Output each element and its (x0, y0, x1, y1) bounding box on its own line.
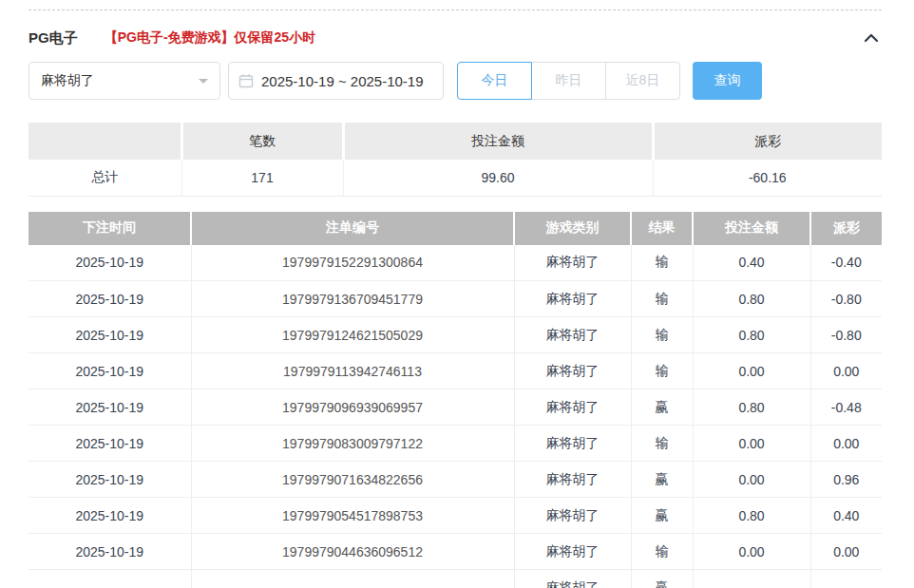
cell-payout: -0.80 (810, 317, 882, 353)
cell-result: 赢 (631, 498, 693, 534)
cell-bet-amount: 0.80 (693, 389, 810, 426)
summary-total-payout: -60.16 (653, 160, 882, 196)
section-title: PG电子 (29, 29, 78, 47)
summary-header-row: 笔数 投注金额 派彩 (29, 123, 882, 160)
cell-result: 输 (631, 353, 693, 389)
top-dashed-divider (29, 9, 882, 10)
cell-bet-id: 1979979136709451779 (191, 281, 514, 317)
col-bet-time: 下注时间 (29, 212, 191, 245)
cell-bet-id: 1979979054517898753 (191, 498, 514, 534)
cell-game-type: 麻将胡了 (514, 353, 631, 389)
table-row: 麻将胡了赢 (29, 570, 882, 588)
game-type-select-value: 麻将胡了 (41, 72, 94, 89)
cell-bet-id: 1979979071634822656 (191, 462, 514, 498)
cell-result: 输 (631, 281, 693, 317)
quick-range-group: 今日 昨日 近8日 (457, 62, 680, 100)
collapse-section-button[interactable] (861, 28, 882, 47)
cell-game-type: 麻将胡了 (514, 281, 631, 317)
cell-payout: -0.80 (810, 281, 882, 317)
table-row: 2025-10-191979979152291300864麻将胡了输0.40-0… (29, 245, 882, 281)
cell-result: 赢 (631, 462, 693, 498)
summary-col-bet-amount: 投注金额 (343, 123, 653, 160)
cell-bet-amount: 0.40 (693, 245, 810, 281)
cell-payout: 0.96 (810, 462, 882, 498)
cell-bet-id: 1979979083009797122 (191, 426, 514, 462)
cell-bet-time: 2025-10-19 (29, 317, 191, 353)
table-row: 2025-10-191979979083009797122麻将胡了输0.000.… (29, 426, 882, 462)
section-header: PG电子 【PG电子-免费游戏】仅保留25小时 (29, 28, 882, 47)
cell-payout: 0.00 (810, 353, 882, 389)
cell-result: 输 (631, 426, 693, 462)
col-bet-id: 注单编号 (191, 212, 514, 245)
quick-range-last8days-label: 近8日 (626, 72, 660, 89)
cell-bet-time: 2025-10-19 (29, 498, 191, 534)
col-result: 结果 (631, 212, 693, 245)
summary-total-label: 总计 (29, 160, 181, 196)
cell-bet-time: 2025-10-19 (29, 534, 191, 570)
cell-bet-time: 2025-10-19 (29, 353, 191, 389)
cell-result: 赢 (631, 389, 693, 426)
quick-range-last8days[interactable]: 近8日 (605, 62, 680, 100)
quick-range-today-label: 今日 (482, 72, 508, 89)
pg-games-panel: PG电子 【PG电子-免费游戏】仅保留25小时 麻将胡了 2025-10-19 … (29, 9, 882, 588)
cell-payout: -0.40 (810, 245, 882, 281)
date-range-value: 2025-10-19 ~ 2025-10-19 (261, 73, 424, 89)
table-row: 2025-10-191979979136709451779麻将胡了输0.80-0… (29, 281, 882, 317)
col-game-type: 游戏类别 (514, 212, 631, 245)
cell-game-type: 麻将胡了 (514, 389, 631, 426)
cell-result: 输 (631, 317, 693, 353)
cell-bet-amount: 0.00 (693, 353, 810, 389)
cell-result: 输 (631, 245, 693, 281)
free-game-notice: 【PG电子-免费游戏】仅保留25小时 (105, 29, 315, 47)
cell-game-type: 麻将胡了 (514, 534, 631, 570)
summary-table: 笔数 投注金额 派彩 总计 171 99.60 -60.16 (29, 123, 882, 197)
search-button[interactable]: 查询 (693, 62, 762, 100)
cell-payout: 0.00 (810, 534, 882, 570)
cell-bet-amount: 0.00 (693, 462, 810, 498)
col-payout: 派彩 (810, 212, 882, 245)
table-row: 2025-10-191979979071634822656麻将胡了赢0.000.… (29, 462, 882, 498)
chevron-up-icon (864, 33, 879, 43)
cell-result: 赢 (631, 570, 693, 588)
summary-col-payout: 派彩 (653, 123, 882, 160)
cell-bet-id: 1979979124621505029 (191, 317, 514, 353)
cell-bet-time: 2025-10-19 (29, 281, 191, 317)
cell-bet-time: 2025-10-19 (29, 426, 191, 462)
table-row: 2025-10-191979979113942746113麻将胡了输0.000.… (29, 353, 882, 389)
cell-bet-time: 2025-10-19 (29, 389, 191, 426)
table-row: 2025-10-191979979044636096512麻将胡了输0.000.… (29, 534, 882, 570)
date-range-picker[interactable]: 2025-10-19 ~ 2025-10-19 (228, 62, 444, 100)
game-type-select[interactable]: 麻将胡了 (29, 62, 220, 100)
cell-game-type: 麻将胡了 (514, 570, 631, 588)
cell-payout: 0.00 (810, 426, 882, 462)
cell-game-type: 麻将胡了 (514, 426, 631, 462)
cell-game-type: 麻将胡了 (514, 498, 631, 534)
cell-result: 输 (631, 534, 693, 570)
summary-total-count: 171 (181, 160, 343, 196)
bet-table-header-row: 下注时间 注单编号 游戏类别 结果 投注金额 派彩 (29, 212, 882, 245)
cell-bet-amount: 0.80 (693, 281, 810, 317)
calendar-icon (238, 73, 254, 88)
summary-col-blank (29, 123, 181, 160)
quick-range-yesterday-label: 昨日 (556, 72, 582, 89)
bet-records-table: 下注时间 注单编号 游戏类别 结果 投注金额 派彩 2025-10-191979… (29, 212, 882, 588)
cell-game-type: 麻将胡了 (514, 245, 631, 281)
table-row: 2025-10-191979979054517898753麻将胡了赢0.800.… (29, 498, 882, 534)
cell-bet-amount: 0.00 (693, 534, 810, 570)
col-bet-amount: 投注金额 (693, 212, 810, 245)
cell-bet-amount: 0.80 (693, 498, 810, 534)
table-row: 2025-10-191979979124621505029麻将胡了输0.80-0… (29, 317, 882, 353)
cell-bet-time (29, 570, 191, 588)
cell-bet-amount: 0.00 (693, 426, 810, 462)
filter-bar: 麻将胡了 2025-10-19 ~ 2025-10-19 今日 昨日 (29, 62, 882, 100)
quick-range-yesterday[interactable]: 昨日 (531, 62, 606, 100)
cell-bet-id (191, 570, 514, 588)
cell-payout (810, 570, 882, 588)
cell-bet-id: 1979979044636096512 (191, 534, 514, 570)
cell-payout: 0.40 (810, 498, 882, 534)
chevron-down-icon (199, 79, 208, 88)
quick-range-today[interactable]: 今日 (457, 62, 532, 100)
cell-bet-id: 1979979113942746113 (191, 353, 514, 389)
cell-bet-id: 1979979096939069957 (191, 389, 514, 426)
cell-game-type: 麻将胡了 (514, 317, 631, 353)
